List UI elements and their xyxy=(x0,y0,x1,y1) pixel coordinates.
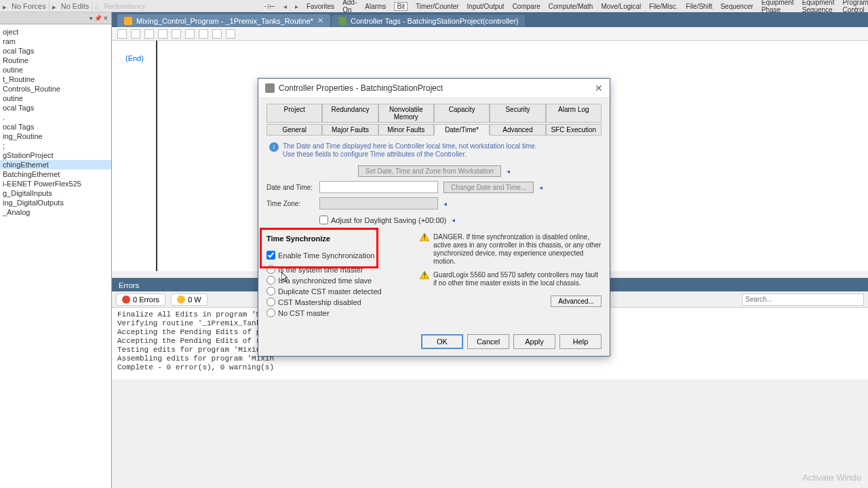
menu-favorites[interactable]: Favorites xyxy=(307,3,334,10)
set-date-workstation-button[interactable]: Set Date, Time and Zone from Workstation xyxy=(358,165,501,177)
close-icon[interactable]: ✕ xyxy=(595,83,603,94)
dialog-tab[interactable]: Capacity xyxy=(434,104,490,123)
dst-checkbox[interactable] xyxy=(319,216,328,224)
dst-checkbox-row[interactable]: Adjust for Daylight Saving (+00:00) xyxy=(319,216,446,224)
tree-node[interactable]: outine xyxy=(0,94,111,103)
tree-node[interactable]: gStationProject xyxy=(0,150,111,160)
sync-radio[interactable] xyxy=(267,298,275,306)
sync-radio[interactable] xyxy=(267,308,275,317)
date-time-input[interactable] xyxy=(319,181,438,193)
menu-filemisc[interactable]: File/Misc. xyxy=(649,3,677,10)
tab-routine[interactable]: Mixing_Control_Program - _1Premix_Tanks_… xyxy=(117,14,330,27)
sync-radio[interactable] xyxy=(267,276,275,285)
tree-pin-icon[interactable]: 📌 xyxy=(94,15,102,22)
tree-node[interactable]: _Analog xyxy=(0,207,111,217)
tool-icon[interactable] xyxy=(172,29,181,39)
menu-alarms[interactable]: Alarms xyxy=(365,3,386,10)
tree-node[interactable]: BatchingEthernet xyxy=(0,169,111,179)
tool-icon[interactable] xyxy=(212,29,222,39)
tool-icon[interactable] xyxy=(199,29,208,39)
menu-compute[interactable]: Compute/Math xyxy=(549,3,593,10)
dialog-tab[interactable]: Minor Faults xyxy=(378,124,434,136)
dialog-buttons: OK Cancel Apply Help xyxy=(258,327,610,356)
menu-bit[interactable]: Bit xyxy=(394,2,408,11)
tree-node[interactable]: t_Routine xyxy=(0,75,111,84)
tree-node[interactable]: ram xyxy=(0,37,111,46)
dialog-tab[interactable]: Major Faults xyxy=(322,124,378,136)
nav-prev-icon[interactable]: ⊣⊢ xyxy=(263,3,275,10)
dialog-tab[interactable]: Redundancy xyxy=(322,104,378,123)
help-button[interactable]: Help xyxy=(559,334,601,349)
tool-icon[interactable] xyxy=(158,29,167,39)
dialog-tab[interactable]: Alarm Log xyxy=(546,104,601,123)
menu-sequencer[interactable]: Sequencer xyxy=(720,3,753,10)
dialog-tab[interactable]: SFC Execution xyxy=(546,124,601,136)
sync-radio-row[interactable]: Duplicate CST master detected xyxy=(267,287,406,296)
tree-node[interactable]: ocal Tags xyxy=(0,103,111,113)
menu-move[interactable]: Move/Logical xyxy=(601,3,641,10)
redundancy-dropdown[interactable]: ⎌ Redundancy xyxy=(95,2,146,10)
tree-node[interactable]: outine xyxy=(0,65,111,75)
tree-node[interactable]: ; xyxy=(0,141,111,150)
tree-node[interactable]: i-EENET PowerFlex525 xyxy=(0,179,111,188)
tree-node[interactable]: ing_DigitalOutputs xyxy=(0,198,111,207)
tree-node[interactable]: Routine xyxy=(0,56,111,65)
search-input[interactable] xyxy=(742,293,864,306)
sync-radio-row[interactable]: CST Mastership disabled xyxy=(267,298,406,306)
dialog-tab[interactable]: Advanced xyxy=(490,124,545,136)
menu-eqseq[interactable]: Equipment Sequence xyxy=(802,0,835,14)
tree-node[interactable]: g_DigitalInputs xyxy=(0,188,111,198)
menu-addon[interactable]: Add-On xyxy=(342,0,357,14)
warning-count-badge[interactable]: 0 W xyxy=(171,293,208,306)
change-date-time-button[interactable]: Change Date and Time... xyxy=(443,182,534,193)
cancel-button[interactable]: Cancel xyxy=(467,334,509,349)
forces-dropdown[interactable]: ▸ No Forces xyxy=(3,2,46,10)
tree-node[interactable]: ocal Tags xyxy=(0,46,111,56)
warning-guardlogix: ! GuardLogix 5560 and 5570 safety contro… xyxy=(420,271,601,287)
nav-left-icon[interactable]: ◂ xyxy=(283,3,287,10)
tree-node[interactable]: . xyxy=(0,113,111,122)
tree-close-icon[interactable]: ✕ xyxy=(103,15,108,22)
dialog-tab[interactable]: Project xyxy=(267,104,322,123)
tool-icon[interactable] xyxy=(144,29,154,39)
nav-right-icon[interactable]: ▸ xyxy=(295,3,298,10)
sync-radio-row[interactable]: Is the system time master xyxy=(267,265,406,274)
tree-node[interactable]: ocal Tags xyxy=(0,122,111,131)
menu-eqphase[interactable]: Equipment Phase xyxy=(762,0,794,14)
advanced-button[interactable]: Advanced... xyxy=(551,296,601,307)
zoom-in-icon[interactable] xyxy=(117,29,127,39)
menu-fileshift[interactable]: File/Shift xyxy=(686,3,713,10)
tree-node[interactable]: chingEthernet xyxy=(0,160,111,169)
tree-node[interactable]: oject xyxy=(0,27,111,37)
menu-compare[interactable]: Compare xyxy=(513,3,540,10)
dialog-tab[interactable]: General xyxy=(267,124,322,136)
dialog-tab[interactable]: Security xyxy=(490,104,545,123)
apply-button[interactable]: Apply xyxy=(513,334,555,349)
tab-controller-tags[interactable]: Controller Tags - BatchingStationProject… xyxy=(332,15,525,27)
sync-radio[interactable] xyxy=(267,265,275,274)
enable-sync-checkbox[interactable] xyxy=(267,251,275,260)
tree-dropdown-icon[interactable]: ▾ xyxy=(90,15,93,22)
close-icon[interactable]: ✕ xyxy=(317,16,323,25)
menu-io[interactable]: Input/Output xyxy=(467,3,505,10)
arrow-icon: ◂ xyxy=(507,167,510,175)
dialog-titlebar[interactable]: Controller Properties - BatchingStationP… xyxy=(258,79,610,98)
zoom-out-icon[interactable] xyxy=(131,29,140,39)
sync-radio-row[interactable]: Is a synchronized time slave xyxy=(267,276,406,285)
tool-icon[interactable] xyxy=(226,29,235,39)
tool-icon[interactable] xyxy=(185,29,195,39)
tree-node[interactable]: Controls_Routine xyxy=(0,84,111,94)
enable-sync-checkbox-row[interactable]: Enable Time Synchronization xyxy=(267,251,406,260)
sync-radio-row[interactable]: No CST master xyxy=(267,308,406,317)
tree-node[interactable]: ing_Routine xyxy=(0,131,111,141)
sync-radio[interactable] xyxy=(267,287,275,296)
menu-progctrl[interactable]: Program Control xyxy=(842,0,868,14)
time-zone-select[interactable] xyxy=(319,197,438,209)
menu-timer[interactable]: Timer/Counter xyxy=(416,3,459,10)
error-count-badge[interactable]: 0 Errors xyxy=(116,293,165,306)
ok-button[interactable]: OK xyxy=(421,334,463,349)
tree-body[interactable]: ojectramocal TagsRoutineoutinet_RoutineC… xyxy=(0,24,111,220)
edits-dropdown[interactable]: ▸ No Edits xyxy=(52,2,90,10)
dialog-tab[interactable]: Date/Time* xyxy=(434,124,490,136)
dialog-tab[interactable]: Nonvolatile Memory xyxy=(378,104,434,123)
